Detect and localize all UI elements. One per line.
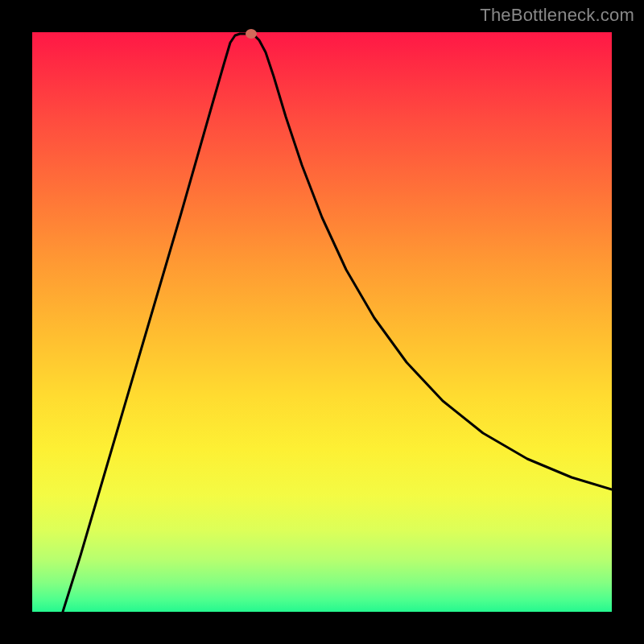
chart-frame: TheBottleneck.com [0, 0, 644, 644]
plot-gradient-area [32, 32, 612, 612]
watermark-text: TheBottleneck.com [480, 5, 634, 26]
